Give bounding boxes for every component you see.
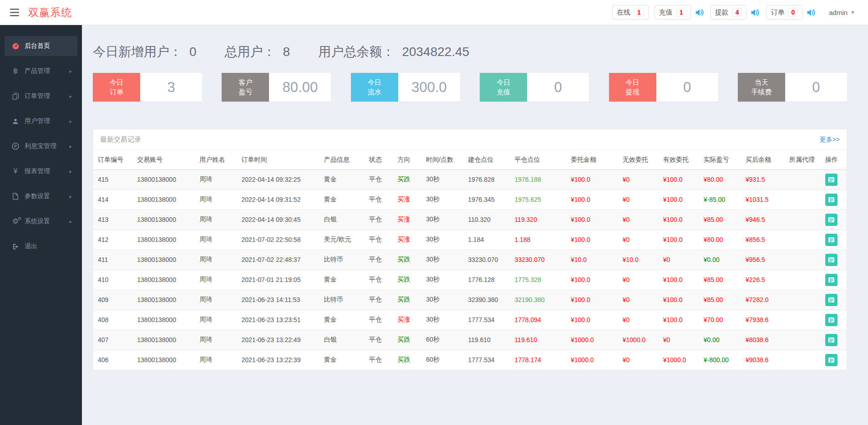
cell-close-point: 1775.328 — [513, 270, 569, 290]
cell-action — [823, 189, 847, 210]
detail-button[interactable] — [825, 274, 838, 286]
speaker-icon[interactable] — [695, 8, 705, 17]
cell-close-point: 1976.188 — [513, 169, 569, 189]
cell-action — [823, 230, 847, 250]
cell-invalid: ¥0 — [621, 189, 661, 210]
badge-label: 在线 — [617, 8, 630, 17]
cell-time: 2021-06-23 13:23:51 — [239, 310, 322, 330]
badge-count: 4 — [732, 8, 742, 17]
detail-button[interactable] — [825, 254, 838, 266]
panel-header: 最新交易记录 更多>> — [93, 129, 847, 150]
svg-text:P: P — [14, 144, 17, 148]
badge-label: 提款 — [715, 8, 729, 17]
badge-1[interactable]: 充值1 — [655, 5, 691, 20]
hamburger-menu-icon[interactable] — [10, 9, 19, 16]
detail-button[interactable] — [825, 174, 838, 186]
cell-product: 黄金 — [322, 350, 367, 370]
cell-product: 黄金 — [322, 310, 367, 330]
cell-balance: ¥226.5 — [744, 270, 787, 290]
cell-agent — [787, 250, 823, 270]
cell-profit: ¥70.00 — [702, 310, 744, 330]
sidebar-item-0[interactable]: 后台首页 — [5, 36, 77, 56]
cell-close-point: 1.188 — [513, 230, 569, 250]
more-link[interactable]: 更多>> — [820, 136, 840, 144]
detail-button[interactable] — [825, 194, 838, 206]
sidebar-item-5[interactable]: ¥报表管理▸ — [5, 161, 77, 181]
card-value: 0 — [785, 73, 847, 102]
user-icon — [10, 118, 21, 125]
cell-direction: 买涨 — [396, 310, 424, 330]
col-header-7: 时间/点数 — [424, 150, 466, 169]
detail-button[interactable] — [825, 334, 838, 346]
sidebar-item-6[interactable]: 参数设置▸ — [5, 186, 77, 206]
detail-button[interactable] — [825, 314, 838, 326]
trades-table: 订单编号交易账号用户姓名订单时间产品信息状态方向时间/点数建仓点位平仓点位委托金… — [93, 150, 847, 370]
col-header-6: 方向 — [396, 150, 424, 169]
cell-action — [823, 350, 847, 370]
badge-2[interactable]: 提款4 — [711, 5, 747, 20]
sidebar-item-8[interactable]: 退出 — [5, 236, 77, 256]
sidebar-item-3[interactable]: 用户管理▸ — [5, 111, 77, 131]
cell-open-point: 1.184 — [466, 230, 513, 250]
cell-valid: ¥100.0 — [661, 189, 702, 210]
detail-button[interactable] — [825, 294, 838, 306]
cell-duration: 30秒 — [424, 210, 466, 230]
col-header-4: 产品信息 — [322, 150, 367, 169]
cell-name: 周琦 — [198, 189, 239, 210]
cell-product: 黄金 — [322, 270, 367, 290]
cell-product: 黄金 — [322, 189, 367, 210]
speaker-icon[interactable] — [807, 8, 816, 17]
stat-total-users: 总用户： 8 — [225, 43, 290, 61]
stat-label: 总用户： — [225, 43, 276, 61]
cell-time: 2021-06-23 14:11:53 — [239, 290, 322, 310]
sidebar-item-7[interactable]: ⚙⚙系统设置▸ — [5, 211, 77, 231]
table-row: 41213800138000周琦2021-07-02 22:50:58美元/欧元… — [93, 230, 847, 250]
cell-name: 周琦 — [198, 350, 239, 370]
sidebar-item-2[interactable]: 订单管理▸ — [5, 86, 77, 106]
badge-count: 1 — [676, 8, 686, 17]
sidebar-item-label: 退出 — [25, 242, 37, 251]
cell-duration: 30秒 — [424, 290, 466, 310]
cell-duration: 30秒 — [424, 169, 466, 189]
card-label-line1: 客户 — [239, 78, 252, 87]
sidebar-item-label: 订单管理 — [25, 92, 50, 100]
cell-account: 13800138000 — [135, 330, 198, 350]
cell-open-point: 110.320 — [466, 210, 513, 230]
detail-button[interactable] — [825, 214, 838, 226]
cell-valid: ¥1000.0 — [661, 350, 702, 370]
badge-count: 1 — [634, 8, 644, 17]
cell-invalid: ¥0 — [621, 210, 661, 230]
cell-invalid: ¥0 — [621, 350, 661, 370]
chevron-right-icon: ▸ — [69, 219, 72, 225]
user-menu[interactable]: admin ▼ — [825, 6, 859, 19]
speaker-icon[interactable] — [751, 8, 760, 17]
cell-open-point: 1776.128 — [466, 270, 513, 290]
cell-agent — [787, 310, 823, 330]
trades-panel: 最新交易记录 更多>> 订单编号交易账号用户姓名订单时间产品信息状态方向时间/点… — [93, 129, 847, 370]
card-label-line2: 流水 — [368, 87, 381, 97]
app-logo[interactable]: 双赢系统 — [28, 5, 72, 20]
cell-balance: ¥1031.5 — [744, 189, 787, 210]
cell-agent — [787, 290, 823, 310]
badge-3[interactable]: 订单0 — [766, 5, 802, 20]
cell-product: 白银 — [322, 330, 367, 350]
sidebar-item-1[interactable]: ฿产品管理▸ — [5, 61, 77, 81]
cell-name: 周琦 — [198, 310, 239, 330]
logout-icon — [10, 243, 21, 250]
sidebar-item-4[interactable]: P利息宝管理▸ — [5, 136, 77, 156]
cell-invalid: ¥0 — [621, 270, 661, 290]
cell-status: 平仓 — [367, 210, 396, 230]
cell-direction: 买跌 — [396, 169, 424, 189]
detail-button[interactable] — [825, 234, 838, 246]
chevron-right-icon: ▸ — [69, 169, 72, 174]
badge-0[interactable]: 在线1 — [612, 5, 649, 20]
detail-button[interactable] — [825, 354, 838, 366]
gears-icon: ⚙⚙ — [10, 218, 21, 225]
stat-card-2: 今日流水300.0 — [351, 73, 460, 102]
card-label: 今日提现 — [609, 73, 656, 102]
col-header-1: 交易账号 — [135, 150, 198, 169]
sidebar: 后台首页฿产品管理▸订单管理▸用户管理▸P利息宝管理▸¥报表管理▸参数设置▸⚙⚙… — [0, 25, 82, 425]
col-header-11: 无效委托 — [621, 150, 661, 169]
cell-account: 13800138000 — [135, 310, 198, 330]
sidebar-item-label: 利息宝管理 — [25, 142, 56, 150]
